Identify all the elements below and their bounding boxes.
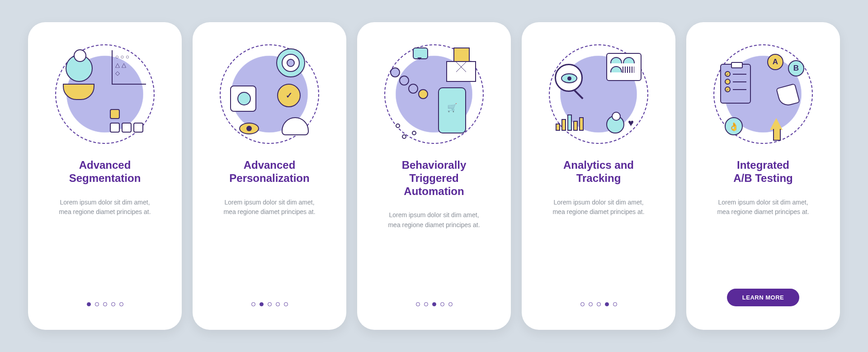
dot-3[interactable] [103, 302, 107, 306]
person-icon [66, 55, 93, 82]
hierarchy-icon [109, 108, 144, 135]
dot-4[interactable] [276, 302, 280, 306]
person-icon [606, 115, 624, 133]
dot-2[interactable] [95, 302, 99, 306]
eye-icon [239, 123, 259, 134]
dot-2[interactable] [424, 302, 428, 306]
phone-frame-1: AdvancedSegmentation Lorem ipsum dolor s… [28, 22, 182, 330]
screen-title: AdvancedSegmentation [66, 159, 145, 185]
bar-chart-icon [556, 110, 591, 131]
dot-1[interactable] [251, 302, 255, 306]
phone-frame-5: ✓ ✓ A B 👌 IntegratedA/B Testing Lorem ip… [686, 22, 840, 330]
screen-5: ✓ ✓ A B 👌 IntegratedA/B Testing Lorem ip… [694, 30, 832, 322]
mobile-shopping-icon [438, 87, 466, 133]
dot-3[interactable] [432, 302, 436, 306]
variant-b-badge: B [788, 60, 804, 76]
learn-more-button[interactable]: LEARN MORE [727, 289, 799, 306]
schedule-icon [230, 86, 256, 112]
hand-icon [282, 117, 309, 135]
dot-1[interactable] [580, 302, 585, 306]
phone-frame-2: AdvancedPersonalization Lorem ipsum dolo… [193, 22, 346, 330]
screen-title: IntegratedA/B Testing [730, 159, 797, 185]
magnifier-icon [555, 64, 583, 92]
dot-1[interactable] [87, 302, 91, 306]
analytics-illustration: ♥ [547, 42, 651, 146]
arrow-up-icon [770, 112, 783, 130]
personalization-illustration [217, 42, 321, 146]
segmentation-illustration [53, 42, 157, 146]
robot-arm-icon [390, 67, 429, 99]
dot-3[interactable] [268, 302, 272, 306]
onboarding-container: AdvancedSegmentation Lorem ipsum dolor s… [28, 22, 840, 330]
heart-icon: ♥ [628, 117, 638, 127]
dot-4[interactable] [111, 302, 115, 306]
pagination-dots[interactable] [87, 302, 123, 306]
ok-hand-icon: 👌 [725, 117, 743, 135]
pagination-dots[interactable] [251, 302, 288, 306]
pointer-hand-icon [776, 83, 800, 108]
screen-title: Analytics andTracking [560, 159, 637, 185]
screen-title: AdvancedPersonalization [226, 159, 313, 185]
scatter-chart-icon [112, 50, 146, 85]
screen-description: Lorem ipsum dolor sit dim amet, mea regi… [375, 210, 493, 302]
network-node-icon [402, 134, 406, 139]
target-icon [276, 48, 305, 77]
dot-3[interactable] [597, 302, 601, 306]
screen-3: BehaviorallyTriggered Automation Lorem i… [365, 30, 503, 322]
dot-4[interactable] [440, 302, 444, 306]
dot-5[interactable] [613, 302, 617, 306]
gear-check-icon [277, 84, 301, 107]
network-node-icon [412, 131, 416, 135]
pagination-dots[interactable] [580, 302, 617, 306]
chat-icon [413, 48, 428, 59]
screen-4: ♥ Analytics andTracking Lorem ipsum dolo… [530, 30, 667, 322]
screen-description: Lorem ipsum dolor sit dim amet, mea regi… [46, 198, 164, 302]
phone-frame-4: ♥ Analytics andTracking Lorem ipsum dolo… [522, 22, 675, 330]
variant-a-badge: A [767, 54, 783, 70]
pagination-dots[interactable] [416, 302, 453, 306]
ab-testing-illustration: ✓ ✓ A B 👌 [711, 42, 815, 146]
automation-illustration [382, 42, 486, 146]
screen-description: Lorem ipsum dolor sit dim amet, mea regi… [704, 198, 822, 289]
dot-2[interactable] [259, 302, 264, 306]
envelope-icon [446, 61, 476, 82]
screen-title: BehaviorallyTriggered Automation [375, 159, 493, 198]
dot-5[interactable] [284, 302, 288, 306]
screen-2: AdvancedPersonalization Lorem ipsum dolo… [201, 30, 338, 322]
dot-1[interactable] [416, 302, 420, 306]
dot-5[interactable] [448, 302, 453, 306]
clipboard-icon: ✓ ✓ [720, 64, 751, 104]
eye-icon [561, 73, 577, 83]
dot-5[interactable] [119, 302, 123, 306]
basket-icon [63, 84, 94, 100]
network-node-icon [396, 124, 400, 128]
screen-description: Lorem ipsum dolor sit dim amet, mea regi… [211, 198, 328, 302]
dot-2[interactable] [589, 302, 593, 306]
screen-description: Lorem ipsum dolor sit dim amet, mea regi… [540, 198, 657, 302]
dashboard-icon [606, 53, 642, 81]
phone-frame-3: BehaviorallyTriggered Automation Lorem i… [357, 22, 511, 330]
screen-1: AdvancedSegmentation Lorem ipsum dolor s… [36, 30, 174, 322]
dot-4[interactable] [605, 302, 609, 306]
